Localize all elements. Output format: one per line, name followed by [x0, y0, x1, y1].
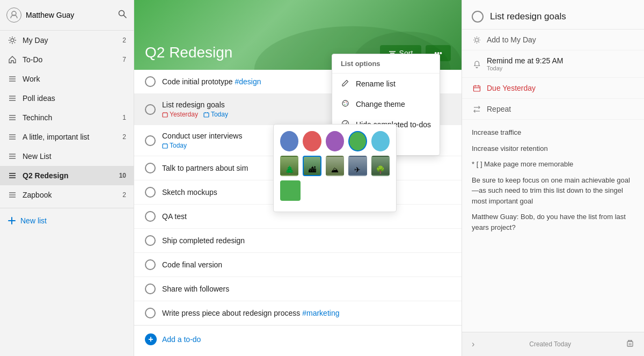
list-icon-zapbook	[8, 190, 17, 200]
add-to-my-day-row[interactable]: Add to My Day	[462, 30, 644, 50]
list-icon-a-little	[8, 132, 17, 142]
sidebar-item-label-q2-redesign: Q2 Redesign	[23, 171, 114, 180]
due-date-row[interactable]: Due Yesterday	[462, 78, 644, 99]
svg-rect-73	[627, 342, 633, 346]
chevron-right-button[interactable]: ›	[472, 339, 474, 349]
sidebar-item-work[interactable]: Work	[0, 69, 134, 89]
task-checkbox[interactable]	[145, 259, 156, 270]
sidebar-item-count-to-do: 7	[122, 56, 126, 63]
sidebar-item-poll-ideas[interactable]: Poll ideas	[0, 89, 134, 108]
theme-plane[interactable]: ✈	[348, 156, 367, 176]
notes-line-3: * [ ] Make page more memorable	[472, 159, 634, 170]
sidebar-item-label-a-little: A little, important list	[23, 133, 117, 141]
sidebar-item-new-list[interactable]: New List	[0, 147, 134, 166]
svg-point-51	[345, 104, 346, 105]
add-todo-row[interactable]: + Add a to-do	[134, 325, 462, 353]
list-options-dropdown: List options Rename list Change theme Hi…	[332, 54, 440, 156]
sidebar-item-techinch[interactable]: Techinch 1	[0, 108, 134, 127]
delete-task-button[interactable]	[626, 339, 634, 350]
pencil-icon	[341, 79, 350, 89]
sun-detail-icon	[472, 36, 481, 44]
theme-green[interactable]	[348, 131, 367, 151]
sidebar-divider	[0, 208, 134, 208]
task-due-date: Today	[162, 142, 187, 149]
rename-list-label: Rename list	[356, 79, 396, 88]
list-icon-work	[8, 74, 17, 84]
task-reminder: Today	[203, 111, 228, 118]
theme-squares-row-2	[280, 180, 390, 201]
theme-city[interactable]: 🏙	[303, 156, 321, 176]
theme-blue[interactable]	[280, 131, 298, 151]
svg-point-47	[342, 100, 348, 106]
sidebar-item-to-do[interactable]: To-Do 7	[0, 50, 134, 69]
task-checkbox[interactable]	[145, 308, 156, 318]
repeat-label: Repeat	[487, 105, 511, 113]
table-row[interactable]: Code final version	[134, 253, 462, 277]
task-due-date: Yesterday	[162, 111, 198, 118]
theme-squares-row-1: 🌲 🏙 ⛰ ✈ 🌳	[280, 156, 390, 176]
change-theme-label: Change theme	[356, 100, 405, 108]
svg-point-50	[347, 104, 348, 105]
theme-mountain[interactable]: ⛰	[326, 156, 344, 176]
add-to-my-day-label: Add to My Day	[487, 35, 536, 44]
task-checkbox[interactable]	[145, 235, 156, 246]
task-tag: #marketing	[302, 309, 339, 317]
svg-rect-69	[473, 86, 480, 91]
created-date: Created Today	[529, 340, 571, 348]
notes-line-2: Increase visitor retention	[472, 143, 634, 154]
list-icon-new-list	[8, 151, 17, 161]
svg-point-49	[346, 101, 347, 103]
svg-line-8	[10, 38, 10, 38]
repeat-row[interactable]: Repeat	[462, 99, 644, 120]
change-theme-option[interactable]: Change theme	[332, 94, 440, 114]
task-checkbox[interactable]	[145, 211, 156, 222]
sidebar-item-label-techinch: Techinch	[23, 113, 117, 122]
table-row[interactable]: Ship completed redesign	[134, 229, 462, 253]
rename-list-option[interactable]: Rename list	[332, 74, 440, 94]
sidebar-item-a-little[interactable]: A little, important list 2	[0, 127, 134, 147]
table-row[interactable]: Share with followers	[134, 277, 462, 301]
reminder-value: Remind me at 9:25 AM	[487, 56, 563, 65]
theme-forest[interactable]: 🌲	[280, 156, 298, 176]
search-button[interactable]	[118, 9, 127, 21]
list-title: Q2 Redesign	[145, 44, 232, 61]
theme-purple[interactable]	[326, 131, 344, 151]
theme-circles-row	[280, 131, 390, 151]
new-list-button[interactable]: New list	[0, 212, 134, 230]
notes-area[interactable]: Increase traffice Increase visitor reten…	[462, 120, 644, 332]
sidebar-item-label-to-do: To-Do	[23, 55, 117, 64]
sidebar-item-q2-redesign[interactable]: Q2 Redesign 10	[0, 166, 134, 185]
sidebar-item-zapbook[interactable]: Zapbook 2	[0, 185, 134, 205]
theme-solid-green[interactable]	[280, 180, 301, 201]
theme-red[interactable]	[303, 131, 321, 151]
sidebar-item-my-day[interactable]: My Day 2	[0, 31, 134, 50]
sidebar-item-label-poll-ideas: Poll ideas	[23, 94, 121, 103]
add-todo-label: Add a to-do	[162, 335, 201, 344]
task-title: Write press piece about redesign process…	[162, 309, 451, 317]
svg-line-67	[474, 41, 475, 42]
sidebar-item-count-my-day: 2	[122, 37, 126, 44]
theme-park[interactable]: 🌳	[371, 156, 390, 176]
task-checkbox[interactable]	[145, 104, 156, 115]
sidebar-item-count-a-little: 2	[122, 133, 126, 141]
sidebar-item-count-q2-redesign: 10	[119, 172, 126, 179]
task-checkbox[interactable]	[145, 187, 156, 198]
right-panel-task-checkbox[interactable]	[472, 11, 484, 23]
task-checkbox[interactable]	[145, 163, 156, 173]
svg-rect-38	[163, 113, 167, 117]
task-checkbox[interactable]	[145, 135, 156, 146]
svg-line-10	[14, 38, 15, 38]
theme-light-blue[interactable]	[371, 131, 390, 151]
svg-line-65	[478, 41, 479, 42]
task-checkbox[interactable]	[145, 76, 156, 87]
reminder-row[interactable]: Remind me at 9:25 AM Today	[462, 50, 644, 78]
sidebar-username: Matthew Guay	[26, 11, 74, 19]
due-date-value: Due Yesterday	[487, 84, 536, 92]
table-row[interactable]: Write press piece about redesign process…	[134, 301, 462, 325]
list-options-title: List options	[332, 54, 440, 74]
right-panel-task-title: List redesign goals	[490, 11, 566, 22]
notes-line-5: Matthew Guay: Bob, do you have the list …	[472, 212, 634, 233]
task-title: QA test	[162, 212, 451, 221]
task-checkbox[interactable]	[145, 284, 156, 294]
svg-line-11	[10, 42, 10, 43]
